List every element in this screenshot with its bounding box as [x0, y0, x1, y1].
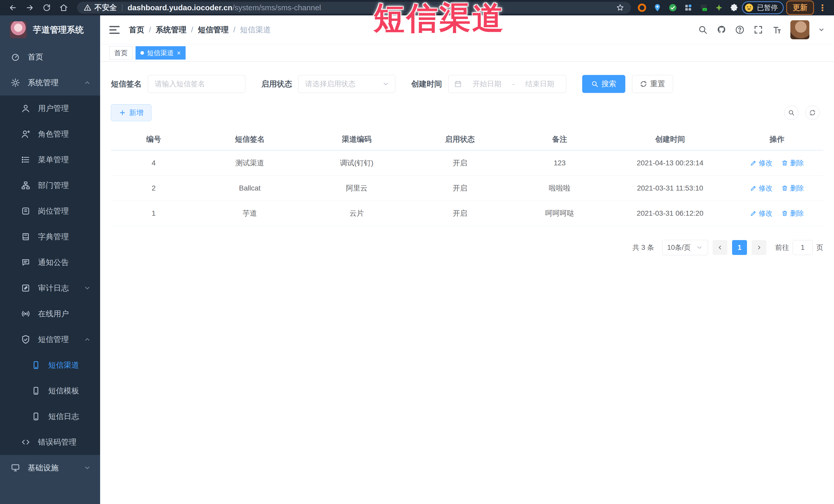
search-button[interactable]: 搜索: [582, 75, 625, 93]
sidebar-item-在线用户[interactable]: 在线用户: [0, 301, 100, 327]
home-icon[interactable]: [57, 2, 71, 13]
tab-close-icon[interactable]: ×: [177, 49, 181, 56]
refresh-table-icon[interactable]: [805, 106, 820, 120]
sidebar-item-系统管理[interactable]: 系统管理: [0, 70, 100, 95]
delete-link[interactable]: 删除: [782, 158, 804, 168]
active-dot-icon: [140, 51, 144, 55]
sidebar-item-短信管理[interactable]: 短信管理: [0, 327, 100, 352]
monitor-icon: [11, 463, 20, 473]
user-avatar[interactable]: [790, 20, 809, 39]
data-table: 编号短信签名渠道编码启用状态备注创建时间操作 4测试渠道调试(钉钉)开启1232…: [111, 129, 823, 226]
blue-pin-extension-icon[interactable]: [653, 3, 662, 13]
audit-log-icon: [21, 283, 30, 293]
cell-created: 2021-04-13 00:23:14: [610, 159, 731, 167]
reload-icon[interactable]: [40, 2, 54, 13]
fullscreen-icon[interactable]: [753, 25, 763, 35]
security-label[interactable]: 不安全: [94, 3, 117, 13]
help-icon[interactable]: [735, 25, 745, 35]
sms-shield-icon: [21, 335, 30, 344]
chevron-down-icon: [84, 464, 91, 472]
github-icon[interactable]: [717, 25, 726, 35]
tab-home[interactable]: 首页: [109, 46, 132, 60]
edit-link[interactable]: 修改: [750, 183, 773, 193]
avatar-caret-down-icon[interactable]: [818, 26, 825, 33]
cell-actions: 修改删除: [730, 209, 823, 218]
sidebar-item-菜单管理[interactable]: 菜单管理: [0, 147, 100, 173]
cell-remark: 123: [510, 159, 610, 167]
role-icon: [21, 129, 30, 139]
goto-page-input[interactable]: [793, 240, 813, 255]
sign-input[interactable]: [148, 75, 245, 93]
sidebar-item-审计日志[interactable]: 审计日志: [0, 275, 100, 301]
font-size-icon[interactable]: [772, 25, 782, 35]
status-select[interactable]: 请选择启用状态: [298, 75, 395, 93]
orange-ring-extension-icon[interactable]: [637, 3, 647, 13]
paused-badge[interactable]: 已暂停: [742, 1, 784, 14]
sidebar-item-部门管理[interactable]: 部门管理: [0, 173, 100, 198]
green-clover-extension-icon[interactable]: [714, 3, 724, 13]
sidebar-item-角色管理[interactable]: 角色管理: [0, 121, 100, 147]
column-header: 启用状态: [410, 134, 510, 145]
green-check-extension-icon[interactable]: [668, 3, 678, 13]
extensions-row: on: [637, 3, 739, 13]
annotation-title: 短信渠道: [373, 0, 505, 40]
tab-sms-channel[interactable]: 短信渠道 ×: [135, 46, 185, 60]
sidebar-item-短信模板[interactable]: 短信模板: [0, 378, 100, 403]
next-page-icon[interactable]: [752, 240, 767, 255]
breadcrumb-item[interactable]: 系统管理: [156, 25, 186, 35]
cell-remark: 呵呵呵哒: [510, 209, 610, 218]
show-search-icon[interactable]: [784, 106, 798, 120]
breadcrumb-separator: /: [149, 25, 151, 34]
hamburger-icon[interactable]: [109, 26, 119, 34]
filter-form: 短信签名 启用状态 请选择启用状态 创建时间 开始日期 - 结束日期: [111, 75, 823, 93]
reset-button[interactable]: 重置: [632, 75, 673, 93]
url-bar[interactable]: 不安全 dashboard.yudao.iocoder.cn /system/s…: [77, 2, 631, 14]
search-icon[interactable]: [698, 25, 708, 35]
sidebar-item-短信渠道[interactable]: 短信渠道: [0, 352, 100, 378]
breadcrumb-item[interactable]: 首页: [129, 25, 144, 35]
page-size-select[interactable]: 10条/页: [662, 240, 708, 255]
delete-link[interactable]: 删除: [782, 209, 804, 218]
forward-icon[interactable]: [23, 2, 37, 13]
gear-icon: [11, 78, 20, 87]
back-icon[interactable]: [6, 2, 20, 13]
sidebar-item-通知公告[interactable]: 通知公告: [0, 249, 100, 275]
chevron-down-icon: [382, 80, 389, 88]
sidebar-item-字典管理[interactable]: 字典管理: [0, 224, 100, 249]
date-range-picker[interactable]: 开始日期 - 结束日期: [448, 75, 566, 93]
cell-created: 2021-03-31 11:53:10: [610, 184, 731, 192]
date-start-placeholder: 开始日期: [466, 79, 507, 89]
sidebar-item-短信日志[interactable]: 短信日志: [0, 403, 100, 429]
sidebar-item-label: 短信渠道: [48, 360, 79, 371]
pencil-icon: [750, 160, 757, 167]
url-host: dashboard.yudao.iocoder.cn: [128, 3, 232, 12]
grid-extension-icon[interactable]: [683, 3, 693, 13]
add-button[interactable]: 新增: [111, 104, 151, 121]
sidebar-item-用户管理[interactable]: 用户管理: [0, 95, 100, 121]
paused-label: 已暂停: [757, 3, 778, 12]
sidebar-item-错误码管理[interactable]: 错误码管理: [0, 429, 100, 455]
table-row: 1芋道云片开启呵呵呵哒2021-03-31 06:12:20修改删除: [111, 201, 823, 226]
browser-update-button[interactable]: 更新: [786, 1, 814, 15]
edit-link[interactable]: 修改: [750, 209, 773, 218]
cell-status: 开启: [410, 183, 510, 193]
prev-page-icon[interactable]: [712, 240, 727, 255]
breadcrumb-item[interactable]: 短信管理: [198, 25, 229, 35]
sidebar-item-首页[interactable]: 首页: [0, 44, 100, 70]
status-label: 启用状态: [261, 79, 292, 89]
page-number-active[interactable]: 1: [732, 240, 747, 255]
navbar-actions: [698, 20, 825, 39]
puzzle-extensions-icon[interactable]: [729, 3, 739, 13]
dark-on-extension-icon[interactable]: on: [699, 3, 708, 13]
delete-link[interactable]: 删除: [782, 183, 804, 193]
sidebar-item-岗位管理[interactable]: 岗位管理: [0, 198, 100, 224]
bookmark-star-icon[interactable]: [616, 4, 624, 12]
menu-list-icon: [21, 155, 30, 164]
sidebar-item-基础设施[interactable]: 基础设施: [0, 455, 100, 481]
sidebar-item-label: 在线用户: [38, 309, 69, 319]
add-button-label: 新增: [129, 108, 144, 117]
sidebar-logo[interactable]: 芋道管理系统: [0, 16, 100, 44]
not-secure-warning-icon: [84, 4, 91, 12]
edit-link[interactable]: 修改: [750, 158, 773, 168]
browser-menu-icon[interactable]: ⋮: [816, 3, 828, 13]
